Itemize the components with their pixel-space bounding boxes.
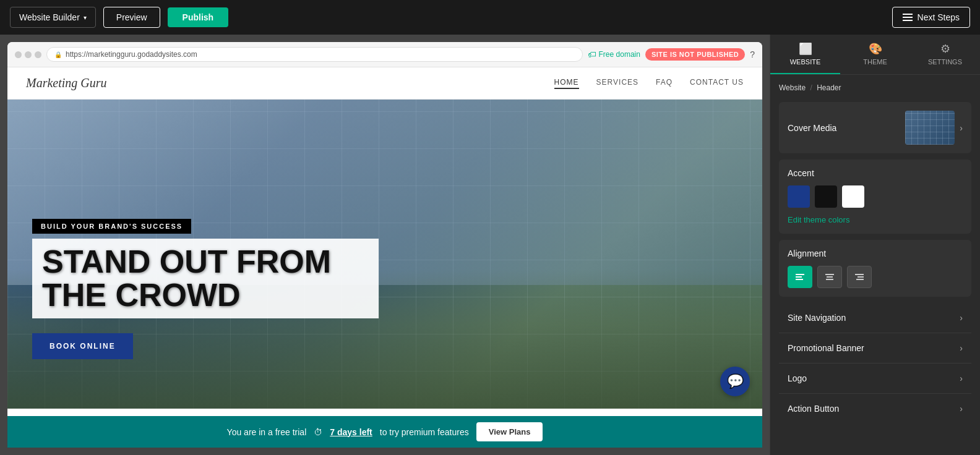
cover-media-title: Cover Media (788, 123, 836, 133)
breadcrumb-root: Website (779, 83, 806, 92)
cover-media-section: Cover Media › (779, 102, 971, 153)
svg-rect-0 (796, 274, 804, 275)
site-logo: Marketing Guru (26, 76, 554, 90)
tab-website[interactable]: ⬜ WEBSITE (770, 35, 840, 74)
accent-title: Accent (788, 168, 963, 178)
site-nav-links: HOME SERVICES FAQ CONTACT US (554, 78, 744, 89)
accent-color-blue[interactable] (788, 185, 810, 208)
next-steps-label: Next Steps (918, 12, 960, 22)
main-content: 🔒 https://marketingguru.godaddysites.com… (0, 35, 980, 455)
logo-label: Logo (788, 373, 807, 383)
hero-tag: BUILD YOUR BRAND'S SUCCESS (32, 219, 191, 234)
browser-toolbar: 🔒 https://marketingguru.godaddysites.com… (7, 42, 762, 67)
promotional-banner-label: Promotional Banner (788, 343, 864, 353)
free-domain-label[interactable]: 🏷 Free domain (588, 49, 640, 59)
svg-rect-2 (796, 279, 803, 280)
lock-icon: 🔒 (54, 51, 62, 58)
svg-rect-6 (855, 274, 864, 275)
trial-suffix: to try premium features (380, 427, 469, 437)
nav-services[interactable]: SERVICES (596, 78, 638, 89)
topbar: Website Builder ▾ Preview Publish Next S… (0, 0, 980, 35)
preview-button[interactable]: Preview (103, 7, 160, 28)
logo-item[interactable]: Logo › (779, 364, 971, 394)
site-navigation-label: Site Navigation (788, 313, 846, 323)
site-navigation-chevron-icon: › (960, 313, 963, 323)
browser-url-bar[interactable]: 🔒 https://marketingguru.godaddysites.com (46, 47, 583, 62)
tab-theme[interactable]: 🎨 THEME (840, 35, 910, 74)
clock-icon: ⏱ (314, 427, 322, 437)
action-button-label: Action Button (788, 404, 839, 414)
tab-settings-label: SETTINGS (928, 58, 962, 66)
alignment-options (788, 266, 963, 288)
settings-tab-icon: ⚙ (940, 42, 950, 56)
chevron-down-icon: ▾ (84, 14, 87, 21)
browser-dots (15, 51, 41, 58)
svg-rect-4 (827, 276, 833, 278)
view-plans-button[interactable]: View Plans (476, 422, 543, 441)
align-center-button[interactable] (817, 266, 842, 288)
action-button-chevron-icon: › (960, 404, 963, 414)
hero-section: BUILD YOUR BRAND'S SUCCESS STAND OUT FRO… (7, 100, 762, 409)
menu-icon (903, 14, 913, 21)
align-right-icon (854, 271, 865, 283)
promotional-banner-chevron-icon: › (960, 343, 963, 353)
align-center-icon (824, 271, 835, 283)
nav-faq[interactable]: FAQ (656, 78, 673, 89)
url-text: https://marketingguru.godaddysites.com (66, 50, 197, 59)
breadcrumb-current: Header (817, 83, 841, 92)
svg-rect-8 (856, 279, 864, 280)
website-builder-label: Website Builder (19, 12, 80, 22)
align-left-button[interactable] (788, 266, 812, 288)
alignment-section: Alignment (779, 240, 971, 297)
action-button-item[interactable]: Action Button › (779, 394, 971, 423)
website-tab-icon: ⬜ (799, 42, 812, 56)
tab-website-label: WEBSITE (790, 58, 821, 66)
nav-home[interactable]: HOME (554, 78, 579, 89)
breadcrumb-separator: / (810, 83, 812, 92)
svg-rect-1 (796, 276, 802, 278)
chat-bubble-button[interactable]: 💬 (720, 367, 750, 396)
site-navigation-item[interactable]: Site Navigation › (779, 303, 971, 333)
edit-theme-colors-link[interactable]: Edit theme colors (788, 215, 849, 224)
website-builder-button[interactable]: Website Builder ▾ (10, 7, 96, 28)
browser-area: 🔒 https://marketingguru.godaddysites.com… (0, 35, 770, 455)
accent-color-white[interactable] (842, 185, 864, 208)
dot-green (35, 51, 41, 58)
theme-tab-icon: 🎨 (869, 42, 882, 56)
publish-button[interactable]: Publish (168, 7, 229, 27)
next-steps-button[interactable]: Next Steps (892, 7, 970, 28)
tag-icon: 🏷 (588, 49, 596, 59)
browser-chrome: 🔒 https://marketingguru.godaddysites.com… (7, 42, 762, 448)
tab-settings[interactable]: ⚙ SETTINGS (910, 35, 980, 74)
tab-theme-label: THEME (863, 58, 887, 66)
panel-tabs: ⬜ WEBSITE 🎨 THEME ⚙ SETTINGS (770, 35, 980, 75)
trial-text: You are in a free trial (227, 427, 307, 437)
svg-rect-7 (858, 276, 864, 278)
help-icon[interactable]: ? (750, 49, 755, 59)
book-online-button[interactable]: BOOK ONLINE (32, 333, 133, 359)
nav-contact[interactable]: CONTACT US (690, 78, 744, 89)
panel-body: Website / Header Cover Media › (770, 75, 980, 455)
align-right-button[interactable] (847, 266, 872, 288)
svg-rect-5 (826, 279, 833, 280)
hero-content: BUILD YOUR BRAND'S SUCCESS STAND OUT FRO… (32, 219, 379, 359)
website-preview: Marketing Guru HOME SERVICES FAQ CONTACT… (7, 67, 762, 416)
right-panel: ⬜ WEBSITE 🎨 THEME ⚙ SETTINGS Website / H… (770, 35, 980, 455)
trial-bar: You are in a free trial ⏱ 7 days left to… (7, 416, 762, 448)
accent-section: Accent Edit theme colors (779, 159, 971, 234)
hero-title: STAND OUT FROM THE CROWD (32, 239, 379, 318)
cover-media-chevron-icon: › (960, 123, 963, 133)
svg-rect-3 (825, 274, 834, 275)
logo-chevron-icon: › (960, 373, 963, 383)
site-navigation-bar: Marketing Guru HOME SERVICES FAQ CONTACT… (7, 67, 762, 100)
cover-thumb-inner (905, 111, 955, 145)
alignment-title: Alignment (788, 249, 963, 258)
breadcrumb: Website / Header (779, 83, 971, 92)
dot-red (15, 51, 22, 58)
days-left-link[interactable]: 7 days left (330, 427, 372, 437)
promotional-banner-item[interactable]: Promotional Banner › (779, 333, 971, 364)
accent-color-black[interactable] (815, 185, 837, 208)
cover-media-header[interactable]: Cover Media › (788, 111, 963, 145)
dot-yellow (25, 51, 32, 58)
cover-thumbnail (905, 111, 955, 145)
